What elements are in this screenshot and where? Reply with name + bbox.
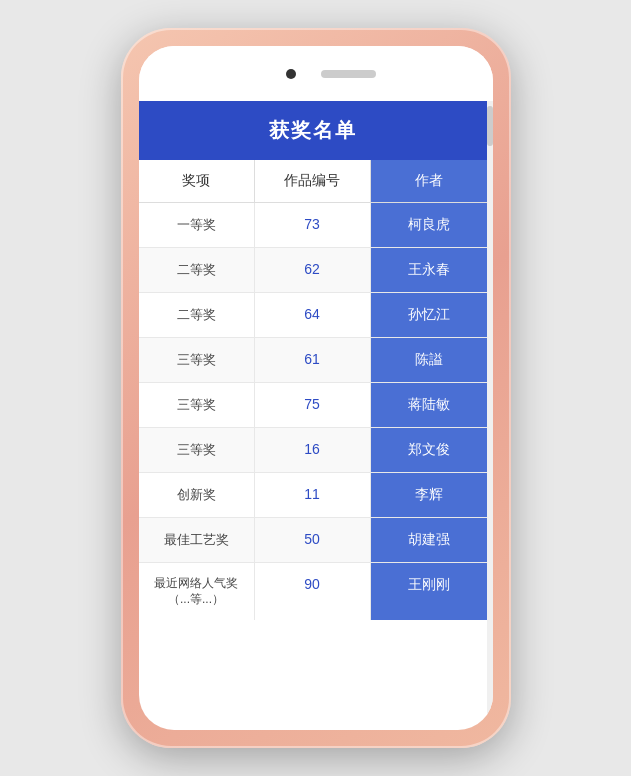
author-cell: 王刚刚 bbox=[371, 563, 487, 620]
number-cell: 16 bbox=[255, 428, 371, 472]
phone-top-bar bbox=[139, 46, 493, 101]
scrollbar-track[interactable] bbox=[487, 101, 493, 730]
table-container: 获奖名单 奖项 作品编号 作者 一等奖73柯良虎二等奖62王永春二等奖64孙忆江… bbox=[139, 101, 493, 730]
table-body: 一等奖73柯良虎二等奖62王永春二等奖64孙忆江三等奖61陈謚三等奖75蒋陆敏三… bbox=[139, 203, 487, 620]
scrollbar-thumb[interactable] bbox=[487, 106, 493, 146]
award-cell: 三等奖 bbox=[139, 338, 255, 382]
table-row: 创新奖11李辉 bbox=[139, 473, 487, 518]
table-row: 最佳工艺奖50胡建强 bbox=[139, 518, 487, 563]
table-row: 三等奖75蒋陆敏 bbox=[139, 383, 487, 428]
table-row: 三等奖16郑文俊 bbox=[139, 428, 487, 473]
header-award: 奖项 bbox=[139, 160, 255, 202]
table-row: 最近网络人气奖 （...等...）90王刚刚 bbox=[139, 563, 487, 620]
table-row: 三等奖61陈謚 bbox=[139, 338, 487, 383]
speaker bbox=[321, 70, 376, 78]
number-cell: 73 bbox=[255, 203, 371, 247]
phone-frame: 获奖名单 奖项 作品编号 作者 一等奖73柯良虎二等奖62王永春二等奖64孙忆江… bbox=[121, 28, 511, 748]
award-cell: 一等奖 bbox=[139, 203, 255, 247]
number-cell: 11 bbox=[255, 473, 371, 517]
number-cell: 62 bbox=[255, 248, 371, 292]
table-header: 奖项 作品编号 作者 bbox=[139, 160, 487, 203]
author-cell: 柯良虎 bbox=[371, 203, 487, 247]
camera bbox=[286, 69, 296, 79]
table-title: 获奖名单 bbox=[139, 101, 487, 160]
award-cell: 三等奖 bbox=[139, 383, 255, 427]
award-cell: 最近网络人气奖 （...等...） bbox=[139, 563, 255, 620]
number-cell: 61 bbox=[255, 338, 371, 382]
author-cell: 陈謚 bbox=[371, 338, 487, 382]
phone-screen: 获奖名单 奖项 作品编号 作者 一等奖73柯良虎二等奖62王永春二等奖64孙忆江… bbox=[139, 46, 493, 730]
number-cell: 50 bbox=[255, 518, 371, 562]
author-cell: 胡建强 bbox=[371, 518, 487, 562]
author-cell: 李辉 bbox=[371, 473, 487, 517]
table-row: 二等奖64孙忆江 bbox=[139, 293, 487, 338]
award-cell: 二等奖 bbox=[139, 248, 255, 292]
header-author: 作者 bbox=[371, 160, 487, 202]
author-cell: 王永春 bbox=[371, 248, 487, 292]
table-row: 一等奖73柯良虎 bbox=[139, 203, 487, 248]
award-cell: 最佳工艺奖 bbox=[139, 518, 255, 562]
award-cell: 二等奖 bbox=[139, 293, 255, 337]
header-number: 作品编号 bbox=[255, 160, 371, 202]
number-cell: 90 bbox=[255, 563, 371, 620]
award-cell: 创新奖 bbox=[139, 473, 255, 517]
author-cell: 孙忆江 bbox=[371, 293, 487, 337]
award-cell: 三等奖 bbox=[139, 428, 255, 472]
table-row: 二等奖62王永春 bbox=[139, 248, 487, 293]
author-cell: 郑文俊 bbox=[371, 428, 487, 472]
number-cell: 64 bbox=[255, 293, 371, 337]
screen-content: 获奖名单 奖项 作品编号 作者 一等奖73柯良虎二等奖62王永春二等奖64孙忆江… bbox=[139, 101, 493, 730]
author-cell: 蒋陆敏 bbox=[371, 383, 487, 427]
number-cell: 75 bbox=[255, 383, 371, 427]
